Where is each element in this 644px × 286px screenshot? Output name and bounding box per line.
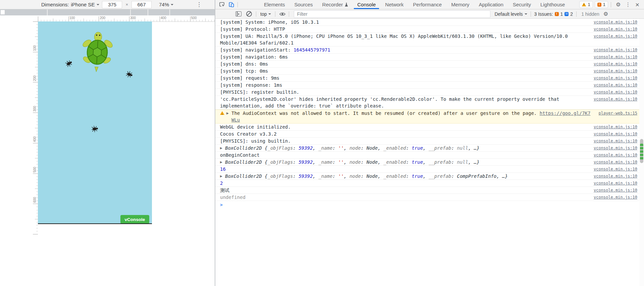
console-source-link[interactable]: vconsole.min.js:10 [588, 19, 637, 25]
viewport-height-input[interactable] [131, 1, 152, 8]
tab-recorder[interactable]: Recorder [318, 0, 353, 9]
console-message-text: undefined [220, 194, 246, 201]
console-message-row: [PHYSICS]: using builtin.vconsole.min.js… [215, 138, 644, 145]
live-expression-eye-icon[interactable] [279, 12, 285, 16]
status-badges: ! 1 ! 1 [579, 1, 608, 8]
devtools-tabs: ElementsSourcesRecorderConsoleNetworkPer… [259, 0, 570, 9]
tab-security[interactable]: Security [508, 0, 536, 9]
console-source-link[interactable]: vconsole.min.js:10 [588, 54, 637, 60]
hidden-messages-count[interactable]: 1 hidden [581, 11, 599, 17]
console-message-text: [PHYSICS]: register builtin. [220, 89, 299, 95]
chevron-down-icon [97, 4, 99, 7]
tab-application[interactable]: Application [474, 0, 508, 9]
tab-elements[interactable]: Elements [259, 0, 290, 9]
console-message-row: ▶BoxCollider2D {_objFlags: 59392, _name:… [215, 159, 644, 166]
warnings-badge[interactable]: ! 1 [579, 1, 593, 8]
tab-memory[interactable]: Memory [446, 0, 474, 9]
device-type-select[interactable]: Dimensions: iPhone SE [41, 2, 99, 7]
console-source-link[interactable]: vconsole.min.js:10 [588, 159, 637, 165]
viewport-width-input[interactable] [102, 1, 122, 8]
page-bottom-edge [38, 223, 152, 224]
close-devtools-icon[interactable]: × [635, 1, 639, 8]
issues-count: 1 [603, 2, 605, 7]
more-options-icon[interactable]: ⋮ [625, 1, 631, 8]
console-message-row: [PHYSICS]: register builtin.vconsole.min… [215, 89, 644, 96]
console-message-text: [system] System: iPhone, iOS 10.3.1 [220, 19, 319, 25]
console-source-link[interactable]: vconsole.min.js:10 [588, 124, 637, 130]
device-viewport[interactable]: vConsole [38, 21, 152, 224]
console-source-link[interactable]: vconsole.min.js:10 [588, 47, 637, 53]
console-source-link[interactable]: vconsole.min.js:10 [588, 89, 637, 95]
console-source-link[interactable]: vconsole.min.js:10 [588, 96, 637, 102]
bug-sprite [125, 70, 133, 78]
vconsole-button[interactable]: vConsole [120, 215, 149, 224]
console-settings-gear-icon[interactable]: ⚙ [603, 11, 608, 17]
device-toolbar-more-icon[interactable]: ⋮ [196, 1, 202, 8]
zoom-select[interactable]: 74% [159, 2, 173, 7]
log-levels-select[interactable]: Default levels [494, 11, 527, 17]
tab-performance[interactable]: Performance [408, 0, 446, 9]
console-source-link[interactable]: player-web.ts:15 [593, 110, 637, 117]
toolbar-separator [576, 11, 577, 17]
console-source-link[interactable]: vconsole.min.js:10 [588, 68, 637, 74]
chevron-down-icon [171, 4, 173, 7]
tab-lighthouse[interactable]: Lighthouse [536, 0, 570, 9]
device-toolbar-toggle-icon[interactable] [228, 1, 235, 8]
console-filter-input[interactable] [294, 10, 490, 18]
media-query-corner [1, 10, 5, 14]
javascript-context-select[interactable]: top [260, 11, 271, 17]
console-source-link[interactable]: vconsole.min.js:10 [588, 173, 637, 180]
console-source-link[interactable]: vconsole.min.js:10 [588, 61, 637, 67]
toolbar-separator [256, 11, 256, 17]
console-source-link[interactable]: vconsole.min.js:10 [588, 82, 637, 88]
console-source-link[interactable]: vconsole.min.js:10 [588, 75, 637, 81]
toolbar-separator [611, 2, 611, 7]
devtools-tab-bar: ElementsSourcesRecorderConsoleNetworkPer… [215, 0, 644, 9]
console-source-link[interactable]: vconsole.min.js:10 [588, 180, 637, 187]
console-source-link[interactable]: vconsole.min.js:10 [588, 152, 637, 158]
expand-arrow-icon[interactable]: ▶ [226, 110, 231, 117]
clear-console-icon[interactable] [246, 11, 252, 17]
console-prompt-row[interactable]: > [215, 201, 644, 208]
console-message-row: !▶The AudioContext was not allowed to st… [215, 110, 644, 124]
console-source-link[interactable]: vconsole.min.js:10 [588, 26, 637, 32]
console-message-row: 'cc.ParticleSystem2D.color' hides inheri… [215, 96, 644, 110]
expand-arrow-icon[interactable]: ▶ [220, 173, 225, 180]
expand-arrow-icon[interactable]: ▶ [220, 145, 225, 151]
device-toolbar: Dimensions: iPhone SE × 74% ⋮ [0, 0, 215, 9]
levels-label: Default levels [494, 11, 523, 17]
console-source-link[interactable]: vconsole.min.js:10 [588, 187, 637, 194]
scrollbar-thumb[interactable] [640, 139, 643, 163]
console-source-link[interactable]: vconsole.min.js:10 [588, 194, 637, 201]
console-message-text: WebGL device initialized. [220, 124, 291, 130]
tab-network[interactable]: Network [380, 0, 408, 9]
game-scene [38, 21, 152, 224]
issues-summary[interactable]: 3 Issues: ! 1 2 [534, 11, 573, 17]
media-query-bar[interactable] [0, 9, 215, 15]
console-scrollbar[interactable] [639, 19, 644, 286]
console-source-link[interactable]: vconsole.min.js:10 [588, 131, 637, 137]
bug-sprite [91, 125, 99, 132]
console-source-link[interactable]: vconsole.min.js:10 [588, 33, 637, 40]
console-message-row: [system] navigation: 6msvconsole.min.js:… [215, 54, 644, 61]
console-message-text: [system] tcp: 0ms [220, 68, 268, 74]
console-source-link[interactable]: vconsole.min.js:10 [588, 138, 637, 144]
chevron-down-icon [525, 13, 527, 16]
ruler-label: 100 [33, 45, 37, 51]
console-toolbar: top Default levels 3 Issues: ! 1 2 1 hid… [215, 9, 644, 19]
console-message-row: onBeginContactvconsole.min.js:10 [215, 152, 644, 159]
inspect-element-icon[interactable] [219, 1, 225, 8]
issues-badge[interactable]: ! 1 [595, 1, 608, 8]
toolbar-separator [275, 11, 275, 17]
settings-gear-icon[interactable]: ⚙ [616, 2, 621, 7]
console-source-link[interactable]: vconsole.min.js:10 [588, 166, 637, 172]
tab-console[interactable]: Console [353, 0, 380, 9]
console-message-row: [system] System: iPhone, iOS 10.3.1vcons… [215, 19, 644, 26]
console-sidebar-icon[interactable] [235, 11, 241, 16]
console-message-text: [system] Protocol: HTTP [220, 26, 285, 32]
toolbar-separator [531, 11, 531, 17]
console-source-link[interactable]: vconsole.min.js:10 [588, 145, 637, 151]
console-message-text: [system] request: 9ms [220, 75, 279, 81]
tab-sources[interactable]: Sources [290, 0, 318, 9]
expand-arrow-icon[interactable]: ▶ [220, 159, 225, 165]
